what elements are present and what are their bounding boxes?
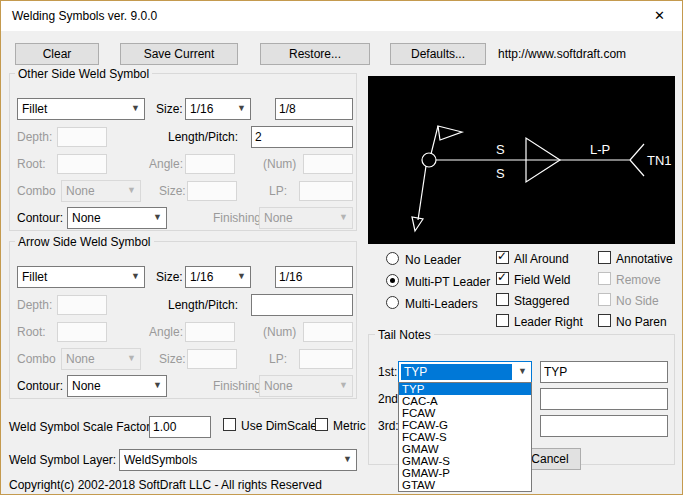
no-side-label: No Side xyxy=(616,294,659,308)
dropdown-item[interactable]: FCAW-S xyxy=(399,431,531,443)
defaults-button[interactable]: Defaults... xyxy=(390,43,486,65)
chevron-down-icon: ▼ xyxy=(124,353,139,363)
staggered-label: Staggered xyxy=(514,294,569,308)
arrow-side-num-input xyxy=(303,322,353,342)
arrow-side-combo-size-input xyxy=(187,349,237,369)
arrow-side-combo-value: None xyxy=(66,352,122,366)
no-paren-checkbox[interactable] xyxy=(598,314,611,327)
tail-note-3-input[interactable] xyxy=(540,415,668,437)
dropdown-item[interactable]: GTAW xyxy=(399,479,531,491)
chevron-down-icon: ▼ xyxy=(336,380,351,390)
welding-symbols-dialog: Welding Symbols ver. 9.0.0 ✕ Clear Save … xyxy=(0,0,683,495)
restore-button[interactable]: Restore... xyxy=(260,43,370,65)
other-side-length-pitch-input[interactable] xyxy=(251,126,353,148)
all-around-label: All Around xyxy=(514,252,569,266)
radio-multi-pt-leader[interactable] xyxy=(386,274,399,287)
chevron-down-icon: ▼ xyxy=(515,366,530,376)
arrow-side-size-select[interactable]: 1/16 ▼ xyxy=(185,266,251,288)
scale-factor-input[interactable] xyxy=(149,416,211,438)
other-side-combo-size-input xyxy=(187,181,237,201)
metric-checkbox[interactable] xyxy=(315,418,328,431)
other-side-finishing-label: Finishing xyxy=(213,211,261,225)
arrow-side-contour-label: Contour: xyxy=(17,379,63,393)
preview-lp-label: L-P xyxy=(590,142,610,157)
layer-select[interactable]: WeldSymbols ▼ xyxy=(119,449,357,471)
other-side-contour-select[interactable]: None ▼ xyxy=(67,207,167,229)
tail-note-1-value: TYP xyxy=(401,364,512,380)
arrow-side-combo-label: Combo xyxy=(17,352,56,366)
leader-right-checkbox[interactable] xyxy=(496,314,509,327)
arrow-side-size-input[interactable] xyxy=(275,266,353,288)
other-side-type-select[interactable]: Fillet ▼ xyxy=(17,98,145,120)
leader-line xyxy=(418,166,426,220)
radio-multi-pt-leader-label: Multi-PT Leader xyxy=(405,275,490,289)
clear-button[interactable]: Clear xyxy=(15,43,99,65)
tail-note-2-input[interactable] xyxy=(540,388,668,410)
other-side-group-title: Other Side Weld Symbol xyxy=(15,67,152,81)
arrow-side-lp-label: LP: xyxy=(269,352,287,366)
radio-no-leader-label: No Leader xyxy=(405,253,461,267)
dropdown-item[interactable]: FCAW xyxy=(399,407,531,419)
use-dimscale-checkbox[interactable] xyxy=(223,418,236,431)
other-side-size-input[interactable] xyxy=(275,98,353,120)
field-weld-label: Field Weld xyxy=(514,273,570,287)
dropdown-item[interactable]: GMAW-S xyxy=(399,455,531,467)
chevron-down-icon: ▼ xyxy=(336,212,351,222)
website-url: http://www.softdraft.com xyxy=(498,47,626,61)
other-side-size-value: 1/16 xyxy=(190,102,232,116)
arrow-side-finishing-label: Finishing xyxy=(213,379,261,393)
other-side-lp-label: LP: xyxy=(269,184,287,198)
arrow-side-size-label: Size: xyxy=(156,270,183,284)
layer-value: WeldSymbols xyxy=(124,453,338,467)
other-side-contour-label: Contour: xyxy=(17,211,63,225)
radio-multi-leaders[interactable] xyxy=(386,296,399,309)
radio-no-leader[interactable] xyxy=(386,252,399,265)
arrow-side-depth-label: Depth: xyxy=(17,298,52,312)
dropdown-item[interactable]: FCAW-G xyxy=(399,419,531,431)
all-around-icon xyxy=(422,153,436,167)
layer-label: Weld Symbol Layer: xyxy=(9,453,116,467)
arrow-side-length-pitch-input[interactable] xyxy=(251,294,353,316)
tail-note-3-label: 3rd: xyxy=(378,419,399,433)
other-side-contour-value: None xyxy=(72,211,148,225)
other-side-size-select[interactable]: 1/16 ▼ xyxy=(185,98,251,120)
arrow-side-num-label: (Num) xyxy=(263,325,296,339)
dropdown-item[interactable]: TYP xyxy=(399,383,531,395)
other-side-finishing-select: None ▼ xyxy=(259,207,353,229)
chevron-down-icon: ▼ xyxy=(128,271,143,281)
tail-notes-group-title: Tail Notes xyxy=(375,328,434,342)
tail-note-1-select[interactable]: TYP ▼ xyxy=(398,361,532,383)
chevron-down-icon: ▼ xyxy=(150,212,165,222)
arrow-side-combo-size-label: Size: xyxy=(159,352,186,366)
arrow-side-lp-input xyxy=(299,349,353,369)
dropdown-item[interactable]: GMAW-P xyxy=(399,467,531,479)
other-side-num-label: (Num) xyxy=(263,157,296,171)
arrow-side-type-select[interactable]: Fillet ▼ xyxy=(17,266,145,288)
other-side-depth-input xyxy=(57,127,107,147)
other-side-combo-value: None xyxy=(66,184,122,198)
other-side-size-label: Size: xyxy=(156,102,183,116)
all-around-checkbox[interactable]: ✓ xyxy=(496,251,509,264)
staggered-checkbox[interactable] xyxy=(496,293,509,306)
use-dimscale-label: Use DimScale xyxy=(241,419,317,433)
leader-arrow-icon xyxy=(412,217,423,231)
other-side-length-pitch-label: Length/Pitch: xyxy=(168,130,238,144)
field-weld-pole xyxy=(431,126,438,154)
field-weld-checkbox[interactable]: ✓ xyxy=(496,272,509,285)
check-icon: ✓ xyxy=(497,270,507,284)
save-current-button[interactable]: Save Current xyxy=(120,43,238,65)
other-side-angle-label: Angle: xyxy=(149,157,183,171)
dropdown-item[interactable]: CAC-A xyxy=(399,395,531,407)
close-icon[interactable]: ✕ xyxy=(637,1,682,30)
field-weld-flag-icon xyxy=(438,126,462,140)
arrow-side-size-value: 1/16 xyxy=(190,270,232,284)
title-bar[interactable]: Welding Symbols ver. 9.0.0 ✕ xyxy=(1,1,682,31)
tail-note-1-input[interactable] xyxy=(540,361,668,383)
other-side-combo-size-label: Size: xyxy=(159,184,186,198)
arrow-side-angle-input xyxy=(185,322,235,342)
annotative-checkbox[interactable] xyxy=(598,251,611,264)
remove-checkbox xyxy=(598,272,611,285)
dropdown-item[interactable]: GMAW xyxy=(399,443,531,455)
tail-upper-line xyxy=(630,144,644,160)
arrow-side-contour-select[interactable]: None ▼ xyxy=(67,375,167,397)
